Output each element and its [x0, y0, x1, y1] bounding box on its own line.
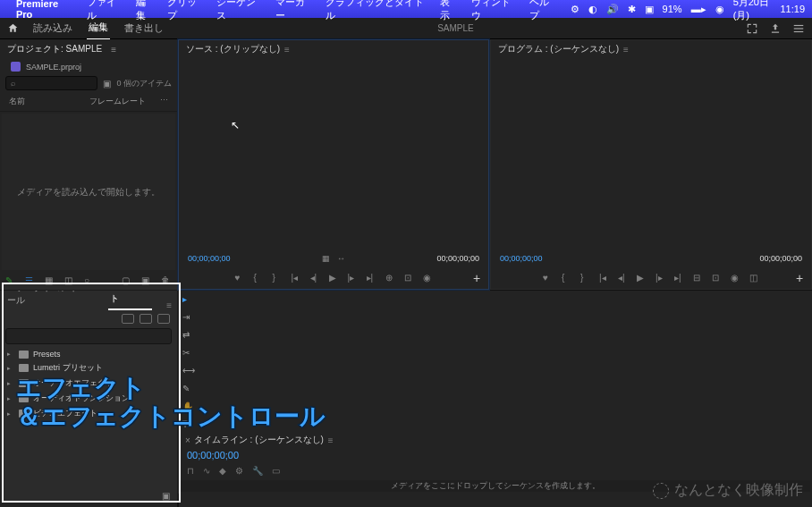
new-bin-icon[interactable]: ▢ [122, 275, 132, 286]
tab-effect-controls[interactable]: エフェクトコントロール [5, 291, 97, 310]
out-point-icon[interactable]: } [273, 273, 283, 283]
menubar-date[interactable]: 5月20日(月) [733, 0, 772, 22]
ws-edit[interactable]: 編集 [87, 16, 110, 40]
play-icon[interactable]: ▶ [637, 273, 647, 283]
out-point-icon[interactable]: } [580, 273, 590, 283]
screen-icon[interactable]: ▣ [645, 4, 654, 15]
add-button-icon[interactable]: + [793, 272, 806, 284]
source-viewport[interactable]: ↖ [179, 58, 488, 251]
goto-in-icon[interactable]: |◂ [292, 273, 301, 283]
link-icon[interactable]: ∿ [203, 466, 210, 476]
program-transport: ♥ { } |◂ ◂| ▶ |▸ ▸| ⊟ ⊡ ◉ ◫ [491, 266, 811, 289]
pen-icon[interactable]: ✎ [5, 275, 16, 286]
effects-folder[interactable]: ▸Presets [5, 348, 172, 360]
add-button-icon[interactable]: + [470, 272, 483, 284]
timeline-tab-title[interactable]: タイムライン : (シーケンスなし) [194, 434, 324, 446]
in-point-icon[interactable]: { [254, 273, 264, 283]
marker-icon[interactable]: ◆ [219, 466, 226, 476]
wifi-icon[interactable]: ◉ [715, 4, 724, 15]
menu-marker[interactable]: マーカー [275, 0, 313, 22]
menu-clip[interactable]: クリップ [167, 0, 205, 22]
panel-menu-icon[interactable]: ≡ [328, 435, 334, 445]
project-filename: SAMPLE.prproj [26, 63, 81, 72]
step-back-icon[interactable]: ◂| [310, 273, 320, 283]
ripple-tool-icon[interactable]: ⇄ [182, 330, 195, 342]
marker-icon[interactable]: ♥ [543, 273, 553, 283]
menu-window[interactable]: ウィンドウ [471, 0, 518, 22]
settings-icon[interactable]: ↔ [337, 254, 345, 263]
selection-tool-icon[interactable]: ▸ [182, 294, 195, 307]
freeform-view-icon[interactable]: ◫ [64, 275, 75, 286]
zoom-slider[interactable]: ○ [84, 275, 95, 286]
marker-icon[interactable]: ♥ [235, 273, 245, 283]
status-icon: ◐ [588, 4, 597, 15]
source-tc-in[interactable]: 00;00;00;00 [188, 254, 231, 263]
workspace-menu-icon[interactable] [792, 22, 805, 35]
export-frame-icon[interactable]: ◉ [731, 273, 740, 283]
panel-menu-icon[interactable]: ≡ [111, 45, 116, 55]
list-view-icon[interactable]: ☰ [25, 275, 36, 286]
new-bin-icon[interactable]: ▣ [162, 491, 170, 507]
bluetooth-icon[interactable]: ✱ [628, 4, 636, 15]
lift-icon[interactable]: ⊟ [693, 273, 703, 283]
overwrite-icon[interactable]: ⊡ [404, 273, 414, 283]
volume-icon[interactable]: 🔊 [606, 4, 619, 15]
step-fwd-icon[interactable]: |▸ [656, 273, 665, 283]
ws-export[interactable]: 書き出し [123, 17, 165, 39]
export-frame-icon[interactable]: ◉ [423, 273, 433, 283]
play-icon[interactable]: ▶ [329, 273, 339, 283]
menu-help[interactable]: ヘルプ [529, 0, 557, 22]
track-select-tool-icon[interactable]: ⇥ [182, 312, 195, 325]
home-icon[interactable] [7, 22, 19, 34]
extract-icon[interactable]: ⊡ [712, 273, 722, 283]
ws-import[interactable]: 読み込み [31, 17, 74, 39]
svg-rect-2 [794, 30, 804, 31]
timeline-timecode[interactable]: 00;00;00;00 [178, 448, 812, 462]
program-tab-title[interactable]: プログラム : (シーケンスなし) [498, 43, 619, 55]
icon-view-icon[interactable]: ▦ [45, 275, 55, 286]
goto-out-icon[interactable]: ▸| [674, 273, 684, 283]
menu-graphics[interactable]: グラフィックとタイトル [326, 0, 427, 22]
col-framerate[interactable]: フレームレート [89, 96, 146, 107]
step-fwd-icon[interactable]: |▸ [348, 273, 358, 283]
bin-icon[interactable]: ▣ [103, 79, 111, 89]
tab-effects[interactable]: エフェクト [108, 291, 152, 310]
project-search-input[interactable]: ⌕ [5, 76, 97, 90]
project-file-row[interactable]: SAMPLE.prproj [0, 59, 177, 74]
settings-icon[interactable]: ⚙ [235, 466, 243, 476]
fx-badge-icon[interactable] [140, 314, 152, 324]
col-menu-icon[interactable]: ⋯ [160, 96, 168, 107]
panel-menu-icon[interactable]: ≡ [166, 300, 172, 310]
new-item-icon[interactable]: ▣ [141, 275, 152, 286]
program-viewport[interactable] [491, 58, 811, 251]
col-name[interactable]: 名前 [9, 96, 89, 107]
trash-icon[interactable]: 🗑 [161, 275, 172, 286]
close-icon[interactable]: × [185, 435, 190, 445]
menu-sequence[interactable]: シーケンス [216, 0, 263, 22]
source-tab-title[interactable]: ソース : (クリップなし) [186, 43, 280, 55]
project-empty-msg[interactable]: メディアを読み込んで開始します。 [2, 114, 175, 270]
snap-icon[interactable]: ⊓ [187, 466, 194, 476]
wrench-icon[interactable]: 🔧 [252, 466, 263, 476]
goto-out-icon[interactable]: ▸| [367, 273, 376, 283]
share-icon[interactable] [769, 22, 782, 35]
insert-icon[interactable]: ⊕ [385, 273, 395, 283]
menubar-time[interactable]: 11:19 [780, 4, 805, 14]
fx-badge-icon[interactable] [157, 314, 170, 324]
in-point-icon[interactable]: { [562, 273, 571, 283]
fit-icon[interactable]: ▦ [322, 254, 330, 263]
menu-view[interactable]: 表示 [440, 0, 459, 22]
fx-badge-icon[interactable] [122, 314, 134, 324]
fullscreen-icon[interactable] [746, 22, 758, 35]
project-panel-title[interactable]: プロジェクト: SAMPLE [7, 43, 102, 55]
goto-in-icon[interactable]: |◂ [599, 273, 609, 283]
document-title: SAMPLE [178, 23, 733, 33]
panel-menu-icon[interactable]: ≡ [623, 45, 629, 55]
razor-tool-icon[interactable]: ✂ [182, 348, 195, 360]
effects-search-input[interactable] [5, 328, 172, 344]
program-tc-in[interactable]: 00;00;00;00 [500, 254, 543, 263]
caption-icon[interactable]: ▭ [272, 466, 280, 476]
panel-menu-icon[interactable]: ≡ [284, 45, 290, 55]
step-back-icon[interactable]: ◂| [618, 273, 628, 283]
compare-icon[interactable]: ◫ [749, 273, 759, 283]
